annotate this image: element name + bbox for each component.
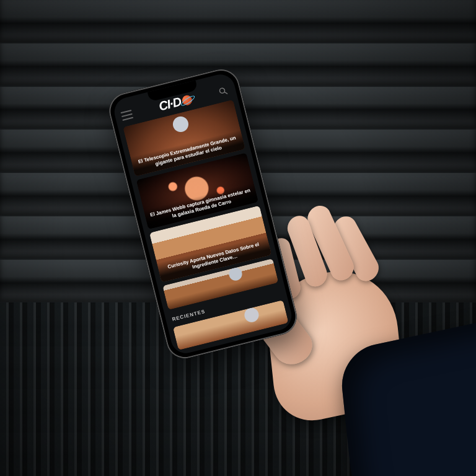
hamburger-menu-icon[interactable] <box>120 108 134 122</box>
svg-line-1 <box>224 91 227 94</box>
scene-background: CI·D El Telescopio Extremadamente Grande… <box>0 0 476 476</box>
search-icon[interactable] <box>217 84 231 98</box>
planet-icon <box>181 94 193 106</box>
svg-point-0 <box>219 87 226 94</box>
